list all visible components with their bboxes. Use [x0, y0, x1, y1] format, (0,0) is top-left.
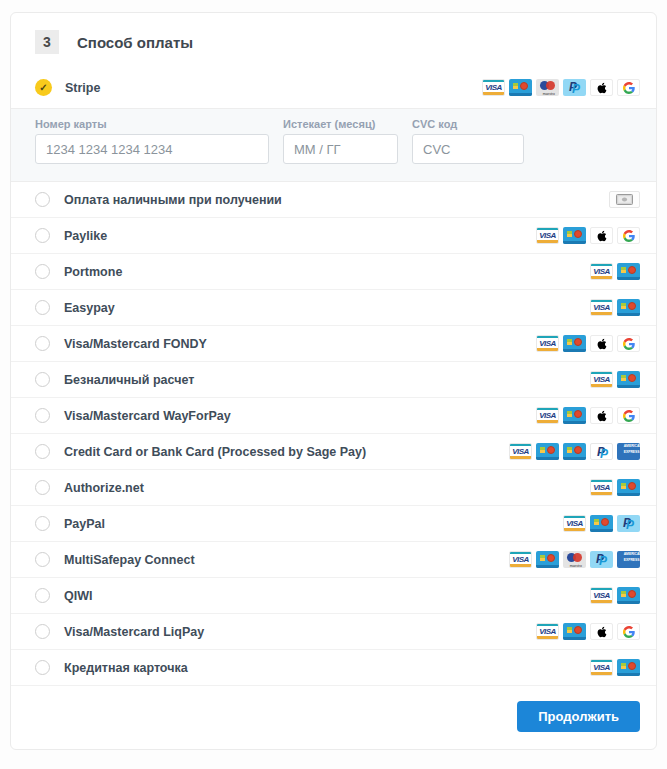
card-number-input[interactable] — [35, 134, 269, 164]
payment-option-row[interactable]: MultiSafepay Connect VISAmaestroPPAMERIC… — [11, 542, 656, 578]
apple-pay-icon — [590, 79, 613, 96]
payment-option-label: Кредитная карточка — [64, 661, 188, 675]
payment-option-label: Portmone — [64, 265, 122, 279]
payment-option-label: Безналичный расчет — [64, 373, 194, 387]
cvc-input[interactable] — [412, 134, 524, 164]
radio-button-icon[interactable] — [35, 336, 50, 351]
payment-option-row[interactable]: PayPal VISAPP — [11, 506, 656, 542]
card-number-label: Номер карты — [35, 118, 269, 130]
amex-icon: AMERICANEXPRESS — [617, 443, 640, 460]
radio-button-icon[interactable] — [35, 228, 50, 243]
cash-icon — [609, 191, 640, 208]
visa-icon: VISA — [536, 335, 559, 352]
visa-icon: VISA — [590, 299, 613, 316]
visa-icon: VISA — [536, 227, 559, 244]
stripe-accepted-cards: VISAmaestroPP — [482, 79, 640, 96]
mastercard-icon — [536, 443, 559, 460]
radio-button-icon[interactable] — [35, 516, 50, 531]
visa-icon: VISA — [590, 479, 613, 496]
radio-button-icon[interactable] — [35, 588, 50, 603]
radio-button-icon[interactable] — [35, 552, 50, 567]
card-details-form: Номер карты Истекает (месяц) CVC код — [11, 108, 656, 182]
maestro-icon: maestro — [563, 551, 586, 568]
selected-check-icon[interactable]: ✓ — [35, 79, 52, 96]
payment-option-label: PayPal — [64, 517, 105, 531]
mastercard-icon — [563, 443, 586, 460]
mastercard-icon — [509, 79, 532, 96]
paypal-icon: PP — [590, 551, 613, 568]
mastercard-icon — [617, 263, 640, 280]
payment-option-label: Easypay — [64, 301, 115, 315]
mastercard-icon — [617, 587, 640, 604]
accepted-cards: VISA — [590, 371, 640, 388]
accepted-cards: VISAPP — [563, 515, 640, 532]
radio-button-icon[interactable] — [35, 372, 50, 387]
google-pay-icon — [617, 407, 640, 424]
payment-option-row[interactable]: Безналичный расчет VISA — [11, 362, 656, 398]
payment-option-row[interactable]: Authorize.net VISA — [11, 470, 656, 506]
accepted-cards: VISA — [536, 407, 640, 424]
paypal-icon: PP — [590, 443, 613, 460]
radio-button-icon[interactable] — [35, 264, 50, 279]
panel-header: 3 Способ оплаты — [11, 13, 656, 67]
expiry-field-group: Истекает (месяц) — [283, 118, 398, 164]
visa-icon: VISA — [590, 263, 613, 280]
visa-icon: VISA — [590, 659, 613, 676]
visa-icon: VISA — [536, 623, 559, 640]
radio-button-icon[interactable] — [35, 300, 50, 315]
payment-option-row[interactable]: Portmone VISA — [11, 254, 656, 290]
mastercard-icon — [563, 407, 586, 424]
accepted-cards: VISA — [590, 299, 640, 316]
mastercard-icon — [563, 335, 586, 352]
visa-icon: VISA — [482, 79, 505, 96]
radio-button-icon[interactable] — [35, 408, 50, 423]
payment-option-row[interactable]: Visa/Mastercard LiqPay VISA — [11, 614, 656, 650]
payment-option-stripe[interactable]: ✓ Stripe VISAmaestroPP — [11, 67, 656, 108]
expiry-label: Истекает (месяц) — [283, 118, 398, 130]
payment-option-label: QIWI — [64, 589, 92, 603]
panel-footer: Продолжить — [11, 686, 656, 748]
visa-icon: VISA — [590, 371, 613, 388]
cvc-label: CVC код — [412, 118, 524, 130]
payment-option-label: Visa/Mastercard LiqPay — [64, 625, 204, 639]
payment-options-list: Оплата наличными при получении Paylike V… — [11, 182, 656, 686]
payment-option-label: Visa/Mastercard WayForPay — [64, 409, 231, 423]
apple-pay-icon — [590, 335, 613, 352]
amex-icon: AMERICANEXPRESS — [617, 551, 640, 568]
accepted-cards: VISAmaestroPPAMERICANEXPRESS — [509, 551, 640, 568]
accepted-cards: VISA — [590, 659, 640, 676]
visa-icon: VISA — [536, 407, 559, 424]
radio-button-icon[interactable] — [35, 480, 50, 495]
radio-button-icon[interactable] — [35, 660, 50, 675]
payment-option-row[interactable]: Credit Card or Bank Card (Processed by S… — [11, 434, 656, 470]
payment-option-row[interactable]: Оплата наличными при получении — [11, 182, 656, 218]
payment-option-row[interactable]: Visa/Mastercard FONDY VISA — [11, 326, 656, 362]
payment-option-label: Credit Card or Bank Card (Processed by S… — [64, 445, 366, 459]
mastercard-icon — [590, 515, 613, 532]
mastercard-icon — [536, 551, 559, 568]
payment-option-row[interactable]: Visa/Mastercard WayForPay VISA — [11, 398, 656, 434]
paypal-icon: PP — [617, 515, 640, 532]
mastercard-icon — [617, 299, 640, 316]
accepted-cards: VISA — [590, 263, 640, 280]
google-pay-icon — [617, 227, 640, 244]
expiry-input[interactable] — [283, 134, 398, 164]
accepted-cards: VISA — [590, 479, 640, 496]
card-number-field-group: Номер карты — [35, 118, 269, 164]
payment-option-row[interactable]: Paylike VISA — [11, 218, 656, 254]
continue-button[interactable]: Продолжить — [517, 701, 640, 732]
accepted-cards — [609, 191, 640, 208]
accepted-cards: VISA — [536, 227, 640, 244]
radio-button-icon[interactable] — [35, 624, 50, 639]
radio-button-icon[interactable] — [35, 444, 50, 459]
mastercard-icon — [617, 371, 640, 388]
radio-button-icon[interactable] — [35, 192, 50, 207]
apple-pay-icon — [590, 227, 613, 244]
payment-option-row[interactable]: Кредитная карточка VISA — [11, 650, 656, 686]
visa-icon: VISA — [509, 443, 532, 460]
payment-option-row[interactable]: QIWI VISA — [11, 578, 656, 614]
google-pay-icon — [617, 623, 640, 640]
payment-option-row[interactable]: Easypay VISA — [11, 290, 656, 326]
payment-option-label: Оплата наличными при получении — [64, 193, 282, 207]
maestro-icon: maestro — [536, 79, 559, 96]
